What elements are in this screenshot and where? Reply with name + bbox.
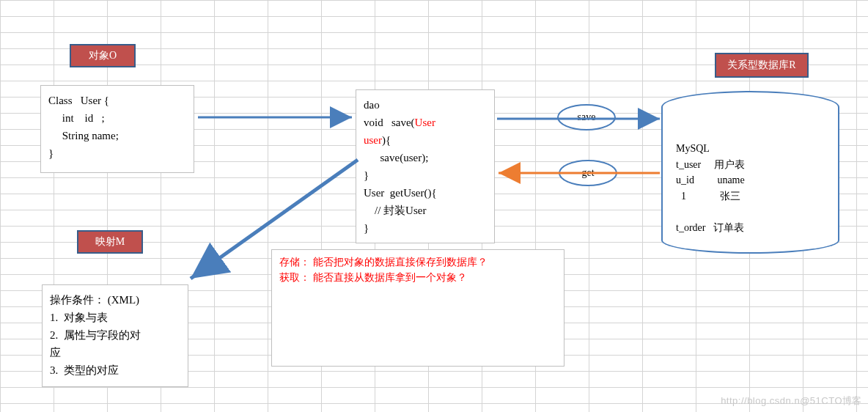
dao-l7: // 封装User (364, 205, 426, 216)
question-get: 获取： 能否直接从数据库拿到一个对象？ (279, 270, 556, 285)
label-mapping-text: 映射M (95, 235, 125, 249)
label-database-text: 关系型数据库R (727, 59, 795, 72)
dao-l2a: void save( (364, 117, 415, 128)
dao-l4: save(user); (364, 152, 428, 163)
dao-l5: } (364, 169, 369, 181)
label-object: 对象O (70, 44, 136, 67)
db-content: MySQL t_user 用户表 u_id uname 1 张三 t_order… (676, 141, 745, 236)
ellipse-save: save (557, 104, 616, 130)
dao-l6: User getUser(){ (364, 187, 437, 199)
xml-conditions-box: 操作条件： (XML) 1. 对象与表 2. 属性与字段的对 应 3. 类型的对… (42, 284, 188, 387)
dao-l2b: User (415, 117, 435, 128)
label-object-text: 对象O (89, 49, 117, 62)
question-store: 存储： 能否把对象的数据直接保存到数据库？ (279, 254, 556, 270)
dao-l3b: ){ (382, 134, 391, 146)
class-user-box: Class User { int id ; String name; } (40, 85, 194, 173)
questions-box: 存储： 能否把对象的数据直接保存到数据库？ 获取： 能否直接从数据库拿到一个对象… (271, 249, 564, 367)
dao-box: dao void save(User user){ save(user); } … (356, 89, 495, 243)
label-database: 关系型数据库R (715, 53, 809, 78)
dao-l8: } (364, 222, 369, 234)
watermark: http://blog.csdn.n@51CTO博客 (721, 394, 862, 408)
ellipse-save-text: save (578, 111, 596, 123)
watermark-text: http://blog.csdn.n@51CTO博客 (721, 395, 862, 406)
dao-l3a: user (364, 134, 382, 146)
dao-l1: dao (364, 99, 380, 111)
ellipse-get-text: get (581, 167, 594, 179)
ellipse-get: get (559, 160, 617, 186)
label-mapping: 映射M (77, 230, 143, 254)
